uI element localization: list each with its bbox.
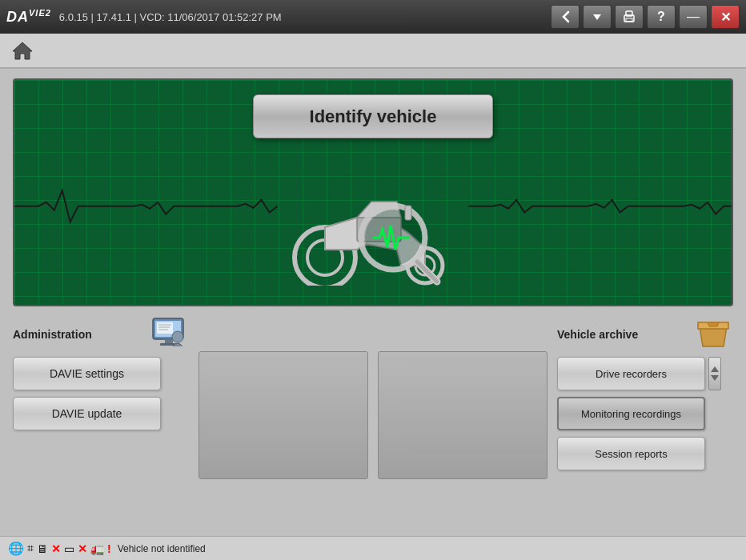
svg-marker-24 [711,366,719,372]
error-icon: ✕ [51,542,61,555]
archive-buttons: Drive recorders Monitoring recordings Se… [557,357,705,477]
admin-panel: Administration [13,314,189,536]
middle-panel-1 [199,351,368,479]
minimize-button[interactable]: — [679,5,708,29]
archive-right: Drive recorders Monitoring recordings Se… [557,357,733,477]
computer-icon: 🖥 [37,542,48,555]
monitoring-recordings-button[interactable]: Monitoring recordings [557,397,705,430]
admin-header: Administration [13,314,189,350]
archive-title: Vehicle archive [557,328,638,341]
title-bar: DAVIE2 6.0.15 | 17.41.1 | VCD: 11/06/201… [0,0,746,34]
svg-marker-0 [593,14,601,20]
globe-icon: 🌐 [8,541,24,556]
scroll-indicator[interactable] [708,357,721,390]
bottom-area: Administration [0,314,746,536]
status-text: Vehicle not identified [118,543,206,554]
svg-marker-4 [13,42,32,59]
print-button[interactable] [615,5,644,29]
truck-icon: 🚛 [90,542,104,555]
archive-icon [693,314,733,350]
drive-recorders-button[interactable]: Drive recorders [557,357,705,390]
app-logo: DAVIE2 [6,8,51,26]
alert-icon: ! [107,542,111,555]
dropdown-button[interactable] [583,5,612,29]
close-button[interactable]: ✕ [711,5,740,29]
archive-panel: Vehicle archive Drive recorders [557,314,733,536]
admin-title: Administration [13,328,92,341]
home-bar [0,34,746,69]
identify-vehicle-button[interactable]: Identify vehicle [253,94,493,138]
admin-icon [149,314,189,350]
davie-settings-button[interactable]: DAVIE settings [13,357,161,390]
tractor-logo [253,158,493,289]
svg-point-19 [172,331,183,342]
home-button[interactable] [8,38,37,63]
help-button[interactable]: ? [647,5,676,29]
svg-rect-14 [405,206,411,220]
warning-icon: ✕ [78,542,87,555]
svg-rect-20 [157,322,173,334]
archive-header: Vehicle archive [557,314,733,350]
svg-marker-25 [711,375,719,381]
middle-panels [189,314,557,536]
version-info: 6.0.15 | 17.41.1 | VCD: 11/06/2017 01:52… [59,11,547,23]
status-bar: 🌐 ⌗ 🖥 ✕ ▭ ✕ 🚛 ! Vehicle not identified [0,536,746,560]
device-icon: ▭ [64,542,74,555]
back-button[interactable] [551,5,580,29]
middle-panel-2 [378,351,547,479]
svg-rect-17 [165,339,173,343]
davie-update-button[interactable]: DAVIE update [13,397,161,430]
session-reports-button[interactable]: Session reports [557,437,705,470]
vehicle-panel: Identify vehicle [13,78,733,306]
main-content: Identify vehicle [0,69,746,560]
cable-icon: ⌗ [27,542,34,555]
